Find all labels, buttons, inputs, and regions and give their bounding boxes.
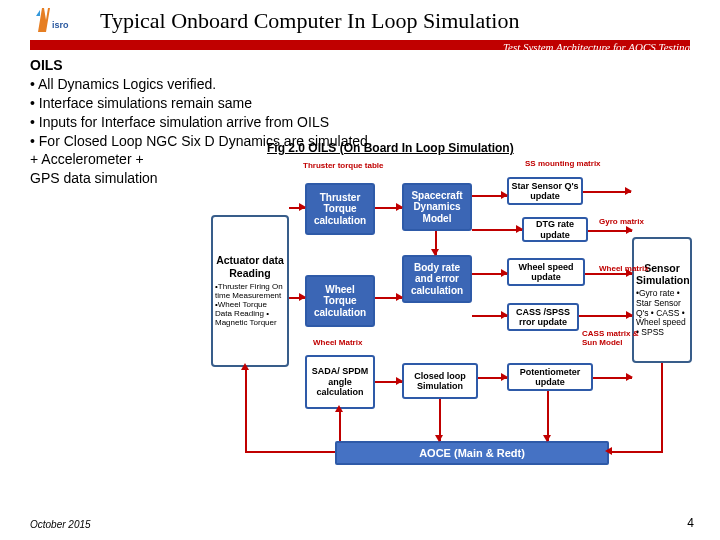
thruster-calc-box: Thruster Torque calculation (305, 183, 375, 235)
isro-logo: isro (30, 6, 85, 34)
ssq-box: Star Sensor Q's update (507, 177, 583, 205)
footer-page-number: 4 (687, 516, 694, 530)
slide-subtitle: Test System Architecture for AOCS Testin… (503, 41, 690, 53)
cass-box: CASS /SPSS rror update (507, 303, 579, 331)
arrow-head-icon (626, 226, 633, 234)
wheel-matrix-label: Wheel matrix (599, 264, 649, 273)
figure-caption: Fig 2.0 OILS (On Board In Loop Simulatio… (267, 141, 514, 155)
arrow-head-icon (396, 293, 403, 301)
arrow-head-icon (241, 363, 249, 370)
arrow-head-icon (626, 269, 633, 277)
closedloop-box: Closed loop Simulation (402, 363, 478, 399)
bodyrate-box: Body rate and error calculation (402, 255, 472, 303)
arrow-head-icon (501, 373, 508, 381)
wheelspd-box: Wheel speed update (507, 258, 585, 286)
arrow (583, 191, 631, 193)
sensor-body: •Gyro rate • Star Sensor Q's • CASS • Wh… (636, 289, 688, 338)
actuator-body: •Thruster Firing On time Measurement •Wh… (215, 282, 285, 328)
arrow (339, 409, 341, 441)
actuator-box: Actuator data Reading •Thruster Firing O… (211, 215, 289, 367)
wheel-calc-box: Wheel Torque calculation (305, 275, 375, 327)
arrow-head-icon (516, 225, 523, 233)
wheel-small-label: Wheel Matrix (313, 338, 362, 347)
aoce-box: AOCE (Main & Redt) (335, 441, 609, 465)
arrow (585, 273, 632, 275)
oils-heading: OILS (30, 56, 370, 75)
footer-date: October 2015 (30, 519, 91, 530)
arrow-head-icon (501, 311, 508, 319)
arrow (245, 451, 335, 453)
oils-bullet: • All Dynamics Logics verified. (30, 75, 370, 94)
arrow (661, 363, 663, 453)
ss-matrix-label: SS mounting matrix (525, 159, 601, 168)
arrow-head-icon (335, 405, 343, 412)
pot-box: Potentiometer update (507, 363, 593, 391)
arrow (547, 391, 549, 441)
oils-bullet: • Interface simulations remain same (30, 94, 370, 113)
arrow-head-icon (299, 203, 306, 211)
arrow-head-icon (543, 435, 551, 442)
sada-box: SADA/ SPDM angle calculation (305, 355, 375, 409)
arrow-head-icon (396, 203, 403, 211)
gyro-matrix-label: Gyro matrix (599, 217, 644, 226)
slide-title: Typical Onboard Computer In Loop Simulat… (100, 8, 519, 34)
arrow (579, 315, 632, 317)
arrow (245, 367, 247, 453)
svg-text:isro: isro (52, 20, 69, 30)
arrow-head-icon (626, 373, 633, 381)
sdm-box: Spacecraft Dynamics Model (402, 183, 472, 231)
arrow-head-icon (396, 377, 403, 385)
cass-sun-label: CASS matrix & Sun Model (582, 329, 642, 347)
oils-diagram: Fig 2.0 OILS (On Board In Loop Simulatio… (247, 145, 692, 485)
arrow-head-icon (435, 435, 443, 442)
dtg-box: DTG rate update (522, 217, 588, 242)
arrow-head-icon (431, 249, 439, 256)
arrow-head-icon (501, 269, 508, 277)
arrow-head-icon (625, 187, 632, 195)
arrow (609, 451, 663, 453)
arrow (472, 229, 522, 231)
thruster-table-label: Thruster torque table (303, 161, 383, 170)
arrow-head-icon (299, 293, 306, 301)
arrow-head-icon (605, 447, 612, 455)
actuator-header: Actuator data Reading (215, 254, 285, 278)
oils-bullet: • Inputs for Interface simulation arrive… (30, 113, 370, 132)
arrow-head-icon (501, 191, 508, 199)
arrow-head-icon (626, 311, 633, 319)
